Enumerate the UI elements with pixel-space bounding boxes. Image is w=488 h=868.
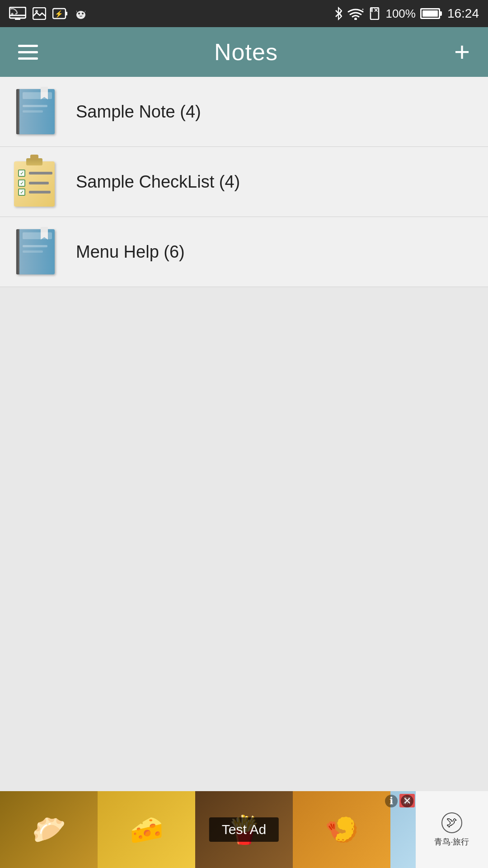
- svg-point-12: [354, 18, 357, 20]
- svg-text:🕊: 🕊: [446, 816, 457, 828]
- svg-point-9: [76, 11, 85, 19]
- svg-rect-14: [371, 8, 373, 12]
- menu-icon-line2: [18, 51, 38, 53]
- time-display: 16:24: [447, 6, 479, 21]
- ad-brand-logo: 🕊: [441, 811, 463, 834]
- svg-rect-4: [33, 8, 46, 19]
- note-icon-notebook: [13, 87, 62, 137]
- battery-icon: [420, 8, 440, 19]
- page-title: Notes: [214, 38, 278, 66]
- list-item[interactable]: Sample CheckList (4): [0, 147, 488, 217]
- svg-text:✕: ✕: [374, 7, 378, 14]
- wifi-icon: [347, 7, 364, 20]
- ad-brand-text: 青鸟·旅行: [434, 837, 469, 847]
- svg-point-11: [82, 13, 84, 14]
- bluetooth-icon: [334, 7, 343, 20]
- main-content: Notes + Sample Note (4): [0, 27, 488, 868]
- app-bar: Notes +: [0, 27, 488, 77]
- note-item-label: Sample CheckList (4): [76, 172, 240, 192]
- ad-image-4: 🍤: [293, 791, 390, 868]
- empty-area: [0, 287, 488, 868]
- list-item[interactable]: Menu Help (6): [0, 217, 488, 287]
- svg-rect-7: [66, 12, 67, 15]
- sd-card-icon: ✕: [368, 7, 381, 20]
- svg-text:⚡: ⚡: [55, 10, 63, 18]
- svg-point-10: [78, 13, 80, 14]
- menu-button[interactable]: [14, 40, 42, 64]
- battery-percent: 100%: [385, 7, 416, 21]
- menu-icon-line1: [18, 45, 38, 47]
- status-bar-left: ⚡: [9, 7, 88, 20]
- note-item-label: Sample Note (4): [76, 102, 201, 122]
- status-bar-right: ✕ 100% 16:24: [334, 6, 479, 21]
- notes-list: Sample Note (4): [0, 77, 488, 287]
- cat-icon: [74, 7, 88, 20]
- charging-icon: ⚡: [52, 7, 68, 20]
- ad-image-1: 🥟: [0, 791, 98, 868]
- svg-point-3: [11, 13, 14, 15]
- svg-rect-2: [15, 18, 20, 20]
- ad-info-button[interactable]: ℹ: [385, 795, 398, 807]
- status-bar: ⚡: [0, 0, 488, 27]
- note-icon-notebook2: [13, 227, 62, 277]
- ad-image-2: 🧀: [98, 791, 195, 868]
- ad-label-text: Test Ad: [209, 817, 279, 842]
- checklist-icon-wrapper: [13, 157, 62, 207]
- ad-brand-panel: 🕊 青鸟·旅行: [416, 791, 488, 868]
- add-note-button[interactable]: +: [450, 38, 474, 66]
- gallery-icon: [33, 7, 46, 20]
- note-item-label: Menu Help (6): [76, 242, 185, 262]
- screen-cast-icon: [9, 7, 26, 20]
- list-item[interactable]: Sample Note (4): [0, 77, 488, 147]
- menu-icon-line3: [18, 57, 38, 60]
- ad-banner[interactable]: 🥟 🧀 🍟 🍤 🏔️ Test Ad 🕊 青鸟·旅行 新 ℹ: [0, 791, 488, 868]
- ad-close-button[interactable]: ✕: [401, 795, 413, 807]
